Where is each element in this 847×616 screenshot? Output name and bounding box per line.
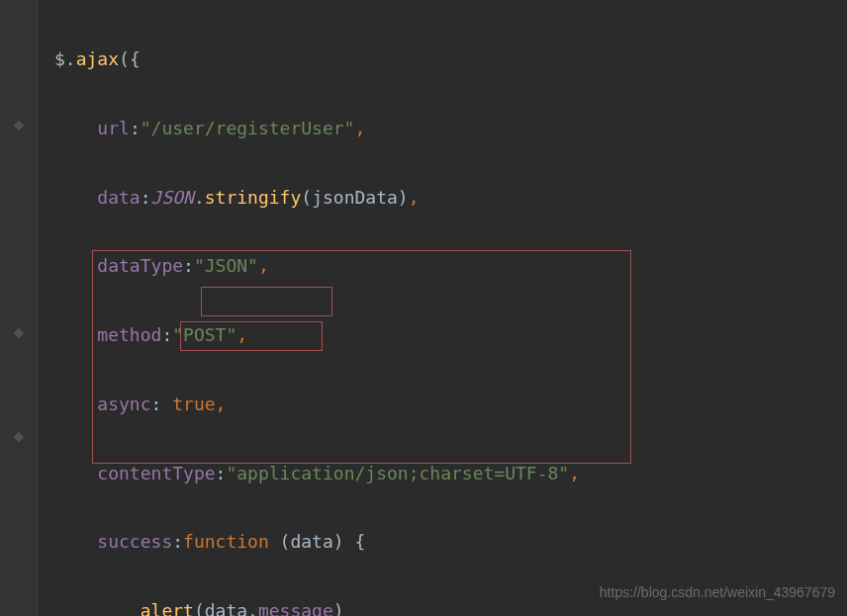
code-editor-content[interactable]: $.ajax({ url:"/user/registerUser", data:… <box>54 8 580 616</box>
code-line[interactable]: success:function (data) { <box>54 525 580 560</box>
gutter-mark-icon <box>12 119 26 132</box>
code-line[interactable]: dataType:"JSON", <box>54 249 580 284</box>
editor-gutter <box>0 0 38 616</box>
code-line[interactable]: alert(data.message) <box>54 594 580 616</box>
code-line[interactable]: url:"/user/registerUser", <box>54 112 580 146</box>
code-line[interactable]: async: true, <box>54 388 580 422</box>
gutter-mark-icon <box>12 326 26 340</box>
watermark-text: https://blog.csdn.net/weixin_43967679 <box>600 579 835 606</box>
code-line[interactable]: $.ajax({ <box>54 43 580 77</box>
gutter-mark-icon <box>12 430 26 444</box>
code-line[interactable]: data:JSON.stringify(jsonData), <box>54 181 580 216</box>
code-line[interactable]: contentType:"application/json;charset=UT… <box>54 457 580 491</box>
code-line[interactable]: method:"POST", <box>54 318 580 353</box>
